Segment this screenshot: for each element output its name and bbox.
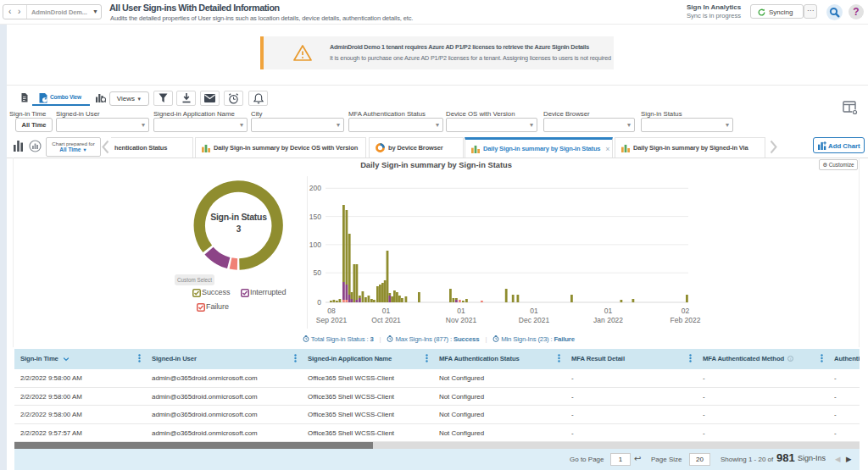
- svg-text:Jan 2022: Jan 2022: [593, 316, 623, 324]
- svg-text:Sep 2021: Sep 2021: [316, 316, 348, 324]
- svg-text:150: 150: [309, 213, 321, 221]
- svg-text:01: 01: [530, 307, 538, 315]
- svg-text:08: 08: [327, 307, 336, 315]
- svg-text:0: 0: [317, 298, 321, 307]
- svg-text:02: 02: [682, 307, 690, 315]
- svg-text:50: 50: [314, 268, 322, 277]
- svg-text:01: 01: [457, 307, 465, 315]
- svg-text:Nov 2021: Nov 2021: [446, 316, 477, 324]
- svg-text:01: 01: [604, 307, 613, 315]
- svg-text:200: 200: [309, 184, 321, 192]
- svg-text:01: 01: [382, 307, 391, 315]
- svg-text:Feb 2022: Feb 2022: [670, 316, 701, 324]
- svg-text:Dec 2021: Dec 2021: [519, 316, 550, 324]
- svg-text:Oct 2021: Oct 2021: [371, 316, 401, 324]
- svg-text:100: 100: [309, 241, 321, 249]
